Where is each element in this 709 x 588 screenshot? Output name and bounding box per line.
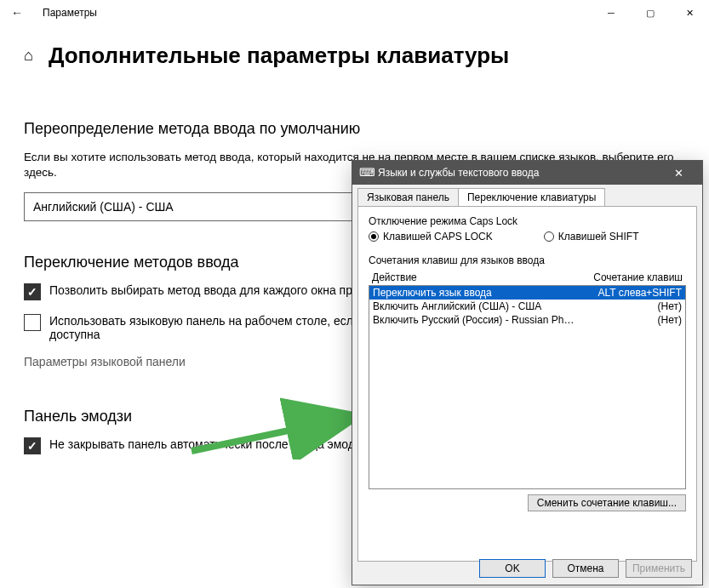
radio-label: Клавишей CAPS LOCK	[383, 231, 493, 243]
checkbox-icon: ✓	[24, 283, 41, 300]
page-header: ⌂ Дополнительные параметры клавиатуры	[24, 43, 685, 69]
dialog-titlebar: ⌨ Языки и службы текстового ввода ✕	[352, 161, 702, 185]
page-title: Дополнительные параметры клавиатуры	[49, 43, 509, 69]
tab-keyboard-switching[interactable]: Переключение клавиатуры	[458, 188, 605, 206]
list-shortcut: (Нет)	[580, 300, 682, 312]
keyboard-icon: ⌨	[359, 166, 373, 180]
dialog-tabs: Языковая панель Переключение клавиатуры	[352, 185, 702, 206]
cancel-button[interactable]: Отмена	[552, 559, 619, 578]
list-column-headers: Действие Сочетание клавиш	[369, 270, 686, 285]
minimize-button[interactable]: ─	[592, 0, 631, 26]
list-action: Включить Английский (США) - США	[373, 300, 580, 312]
checkbox-icon	[24, 314, 41, 331]
settings-window: ← Параметры ─ ▢ ✕ ⌂ Дополнительные парам…	[0, 0, 709, 588]
home-icon[interactable]: ⌂	[24, 47, 33, 65]
dialog-title: Языки и службы текстового ввода	[378, 167, 539, 179]
window-title: Параметры	[43, 7, 97, 19]
list-shortcut: ALT слева+SHIFT	[580, 287, 682, 299]
section-override-heading: Переопределение метода ввода по умолчани…	[24, 120, 685, 138]
checkbox-icon: ✓	[24, 437, 41, 454]
list-shortcut: (Нет)	[580, 314, 682, 326]
apply-button[interactable]: Применить	[626, 559, 692, 578]
tab-panel: Отключение режима Caps Lock Клавишей CAP…	[357, 206, 697, 562]
list-action: Переключить язык ввода	[373, 287, 580, 299]
checkbox-emoji[interactable]: ✓ Не закрывать панель автоматически посл…	[24, 437, 407, 454]
text-services-dialog: ⌨ Языки и службы текстового ввода ✕ Язык…	[352, 160, 703, 585]
checkbox-label: Не закрывать панель автоматически после …	[49, 437, 367, 451]
caps-lock-group-label: Отключение режима Caps Lock	[369, 215, 686, 227]
radio-icon	[544, 231, 554, 242]
dialog-buttons: OK Отмена Применить	[479, 559, 692, 578]
col-action: Действие	[372, 271, 580, 283]
ok-button[interactable]: OK	[479, 559, 546, 578]
list-item[interactable]: Переключить язык ввода ALT слева+SHIFT	[369, 286, 685, 300]
radio-caps-lock[interactable]: Клавишей CAPS LOCK	[369, 231, 493, 243]
list-action: Включить Русский (Россия) - Russian Phon…	[373, 314, 580, 326]
window-controls: ─ ▢ ✕	[592, 0, 709, 26]
window-titlebar: ← Параметры ─ ▢ ✕	[0, 0, 709, 26]
back-icon[interactable]: ←	[7, 6, 27, 20]
col-shortcut: Сочетание клавиш	[580, 271, 683, 283]
change-shortcut-button[interactable]: Сменить сочетание клавиш...	[528, 494, 686, 511]
radio-icon	[369, 231, 379, 242]
checkbox-per-window[interactable]: ✓ Позволить выбирать метод ввода для каж…	[24, 283, 407, 300]
radio-label: Клавишей SHIFT	[558, 231, 639, 243]
dropdown-value: Английский (США) - США	[33, 200, 174, 214]
caps-lock-radio-group: Клавишей CAPS LOCK Клавишей SHIFT	[369, 231, 686, 243]
list-item[interactable]: Включить Русский (Россия) - Russian Phon…	[369, 313, 685, 327]
maximize-button[interactable]: ▢	[631, 0, 670, 26]
shortcut-list[interactable]: Переключить язык ввода ALT слева+SHIFT В…	[369, 285, 686, 489]
checkbox-lang-bar[interactable]: Использовать языковую панель на рабочем …	[24, 314, 407, 341]
tab-language-bar[interactable]: Языковая панель	[357, 188, 459, 206]
default-input-dropdown[interactable]: Английский (США) - США	[24, 192, 364, 221]
close-button[interactable]: ✕	[670, 0, 709, 26]
list-item[interactable]: Включить Английский (США) - США (Нет)	[369, 300, 685, 313]
close-icon[interactable]: ✕	[661, 167, 695, 180]
radio-shift[interactable]: Клавишей SHIFT	[544, 231, 639, 243]
shortcut-group-label: Сочетания клавиш для языков ввода	[369, 254, 686, 266]
